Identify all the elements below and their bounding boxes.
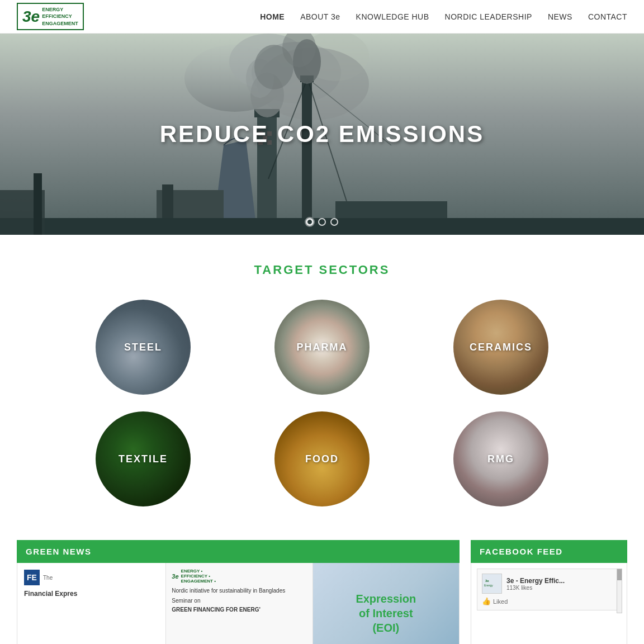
hero-heading: REDUCE CO2 EMISSIONS bbox=[160, 121, 484, 148]
fb-card-header: 3e Energy 3e - Energy Effic... 113K like… bbox=[482, 574, 616, 594]
target-sectors-section: TARGET SECTORS STEEL PHARMA CERAMICS TEX… bbox=[0, 235, 644, 540]
fb-liked-status[interactable]: 👍 Liked bbox=[482, 597, 616, 605]
news-card-eoi[interactable]: Expression of Interest (EOI) bbox=[313, 563, 459, 644]
sector-pharma-label: PHARMA bbox=[297, 342, 348, 353]
scrollbar[interactable] bbox=[617, 569, 622, 613]
green-news-header: GREEN NEWS bbox=[17, 540, 460, 563]
bottom-section: GREEN NEWS FE The Financial Expres 3e EN… bbox=[0, 540, 644, 644]
facebook-feed-header: FACEBOOK FEED bbox=[471, 540, 627, 563]
hero-dot-3[interactable] bbox=[330, 218, 338, 226]
hero-dot-1[interactable] bbox=[306, 218, 314, 226]
logo-tagline: ENERGY EFFICIENCY ENGAGEMENT bbox=[42, 6, 78, 27]
facebook-feed-panel: FACEBOOK FEED 3e Energy 3e - Energy Effi… bbox=[471, 540, 627, 644]
sector-food[interactable]: FOOD bbox=[249, 411, 395, 506]
facebook-page-card[interactable]: 3e Energy 3e - Energy Effic... 113K like… bbox=[477, 569, 621, 610]
svg-text:Energy: Energy bbox=[484, 584, 493, 587]
sector-ceramics-circle: CERAMICS bbox=[453, 300, 548, 395]
facebook-feed-content: 3e Energy 3e - Energy Effic... 113K like… bbox=[471, 563, 627, 644]
logo-3e-text: 3e bbox=[22, 8, 40, 26]
sector-rmg[interactable]: RMG bbox=[428, 411, 574, 506]
sector-steel-circle: STEEL bbox=[96, 300, 191, 395]
svg-rect-13 bbox=[302, 78, 312, 235]
sector-steel[interactable]: STEEL bbox=[70, 300, 216, 395]
fb-page-info: 3e - Energy Effic... 113K likes bbox=[506, 577, 565, 591]
sector-food-label: FOOD bbox=[305, 453, 339, 465]
fe-logo: FE The bbox=[24, 570, 159, 585]
thumbs-up-icon: 👍 bbox=[482, 597, 491, 605]
sector-rmg-circle: RMG bbox=[453, 411, 548, 506]
sector-food-circle: FOOD bbox=[274, 411, 370, 506]
hero-slider-dots bbox=[306, 218, 338, 226]
news-card-3e[interactable]: 3e ENERGY • EFFICIENCY • ENGAGEMENT • No… bbox=[166, 563, 312, 644]
nav-news[interactable]: NEWS bbox=[548, 12, 572, 21]
nav-about[interactable]: ABOUT 3e bbox=[300, 12, 340, 21]
fb-avatar: 3e Energy bbox=[482, 574, 502, 594]
sector-pharma-circle: PHARMA bbox=[274, 300, 370, 395]
svg-rect-28 bbox=[34, 173, 42, 235]
svg-text:3e: 3e bbox=[485, 579, 489, 583]
nav-contact[interactable]: CONTACT bbox=[588, 12, 627, 21]
sector-steel-label: STEEL bbox=[124, 342, 162, 353]
sector-pharma[interactable]: PHARMA bbox=[249, 300, 395, 395]
nav-home[interactable]: HOME bbox=[260, 12, 285, 21]
hero-title-container: REDUCE CO2 EMISSIONS bbox=[160, 121, 484, 148]
sector-textile[interactable]: TEXTILE bbox=[70, 411, 216, 506]
news-cards-container: FE The Financial Expres 3e ENERGY • EFFI… bbox=[17, 563, 460, 644]
fb-page-name: 3e - Energy Effic... bbox=[506, 577, 565, 585]
fe-header-text: The bbox=[43, 575, 53, 581]
hero-dot-2[interactable] bbox=[318, 218, 326, 226]
logo[interactable]: 3e ENERGY EFFICIENCY ENGAGEMENT bbox=[17, 3, 84, 31]
nav-nordic[interactable]: NORDIC LEADERSHIP bbox=[445, 12, 532, 21]
target-sectors-title: TARGET SECTORS bbox=[45, 263, 599, 277]
sectors-grid: STEEL PHARMA CERAMICS TEXTILE FOOD bbox=[70, 300, 574, 506]
hero-section: REDUCE CO2 EMISSIONS bbox=[0, 34, 644, 235]
card-3e-body: Nordic initiative for sustainability in … bbox=[172, 587, 306, 614]
scroll-thumb[interactable] bbox=[617, 569, 622, 580]
sector-textile-circle: TEXTILE bbox=[96, 411, 191, 506]
green-news-panel: GREEN NEWS FE The Financial Expres 3e EN… bbox=[17, 540, 460, 644]
sector-ceramics[interactable]: CERAMICS bbox=[428, 300, 574, 395]
sector-ceramics-label: CERAMICS bbox=[470, 342, 532, 353]
nav-knowledge[interactable]: KNOWLEDGE HUB bbox=[356, 12, 429, 21]
eoi-text: Expression of Interest (EOI) bbox=[356, 591, 416, 635]
fe-title: Financial Expres bbox=[24, 590, 159, 598]
fb-likes-count: 113K likes bbox=[506, 585, 565, 591]
news-card-financial-express[interactable]: FE The Financial Expres bbox=[17, 563, 166, 644]
main-nav: HOME ABOUT 3e KNOWLEDGE HUB NORDIC LEADE… bbox=[260, 12, 627, 21]
fe-box: FE bbox=[24, 570, 40, 585]
sector-rmg-label: RMG bbox=[487, 453, 514, 465]
card-3e-logo: 3e ENERGY • EFFICIENCY • ENGAGEMENT • bbox=[172, 569, 306, 584]
sector-textile-label: TEXTILE bbox=[119, 453, 168, 465]
